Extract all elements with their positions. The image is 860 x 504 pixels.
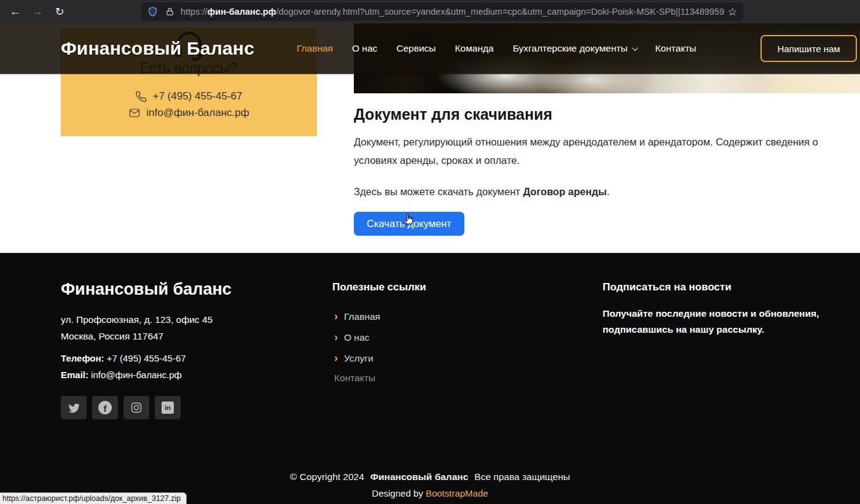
document-name: Договор аренды: [523, 186, 606, 197]
copyright-suffix: Все права защищены: [474, 471, 570, 482]
twitter-button[interactable]: [61, 396, 87, 419]
copyright-prefix: © Copyright 2024: [290, 471, 364, 482]
site-logo[interactable]: Финансовый Баланс: [61, 38, 254, 59]
page-title: Документ для скачивания: [354, 106, 839, 123]
footer-phone-label: Телефон:: [61, 353, 104, 363]
footer-link-glavnaya[interactable]: ›Главная: [334, 310, 380, 323]
linkedin-icon: in: [162, 401, 174, 414]
url-domain: фин-баланс.рф: [208, 7, 276, 17]
mouse-cursor-icon: [401, 212, 416, 228]
status-link-tooltip: https://астраюрист.рф/uploads/док_архив_…: [0, 492, 187, 504]
linkedin-button[interactable]: in: [155, 396, 181, 419]
download-line: Здесь вы можете скачать документ Договор…: [354, 186, 839, 198]
footer-email: Email: info@фин-баланс.рф: [61, 370, 182, 380]
instagram-icon: [130, 401, 143, 414]
refresh-icon[interactable]: ↻: [52, 5, 68, 18]
main-nav: Главная О нас Сервисы Команда Бухгалтерс…: [297, 43, 697, 54]
footer-link-o-nas[interactable]: ›О нас: [334, 331, 369, 344]
footer-company-name: Финансовый баланс: [61, 280, 232, 299]
url-scheme: https://: [181, 7, 208, 17]
footer-links-title: Полезные ссылки: [332, 281, 426, 293]
url-path: /dogovor-arendy.html?utm_source=yandex&u…: [276, 7, 724, 17]
footer-email-value: info@фин-баланс.рф: [88, 370, 182, 380]
footer-copyright: © Copyright 2024Финансовый балансВсе пра…: [0, 471, 860, 483]
chevron-down-icon: [632, 45, 638, 51]
write-us-button[interactable]: Напишите нам: [760, 35, 857, 62]
nav-item-o-nas[interactable]: О нас: [352, 43, 377, 54]
link-chevron-icon: ›: [334, 310, 338, 323]
twitter-icon: [68, 401, 80, 414]
footer-address-line2: Москва, Россия 117647: [61, 331, 163, 342]
footer-email-label: Email:: [61, 370, 88, 380]
contact-card-phone-text: +7 (495) 455-45-67: [152, 90, 242, 103]
copyright-company: Финансовый баланс: [370, 471, 468, 482]
nav-item-buh-dokumenty[interactable]: Бухгалтерские документы: [513, 43, 636, 54]
footer-link-o-nas-label: О нас: [344, 332, 369, 343]
page: ← → ↻ https://фин-баланс.рф/dogovor-aren…: [0, 0, 860, 504]
url-bar[interactable]: https://фин-баланс.рф/dogovor-arendy.htm…: [141, 2, 743, 21]
shield-icon[interactable]: [147, 6, 158, 17]
nav-item-servisy[interactable]: Сервисы: [396, 43, 436, 54]
nav-item-kontakty[interactable]: Контакты: [655, 43, 697, 54]
footer-link-uslugi-label: Услуги: [344, 353, 373, 364]
footer-address-line1: ул. Профсоюзная, д. 123, офис 45: [61, 314, 213, 325]
lock-icon: [165, 7, 174, 17]
footer-link-glavnaya-label: Главная: [344, 311, 380, 322]
footer-phone: Телефон: +7 (495) 455-45-67: [61, 353, 186, 363]
phone-icon: [135, 91, 147, 103]
social-links: f in: [61, 396, 181, 419]
browser-toolbar: ← → ↻ https://фин-баланс.рф/dogovor-aren…: [0, 0, 860, 23]
designed-by-text: Designed by: [372, 488, 426, 498]
back-icon[interactable]: ←: [7, 5, 23, 18]
download-line-prefix: Здесь вы можете скачать документ: [354, 186, 523, 197]
footer-link-kontakty[interactable]: Контакты: [334, 373, 375, 384]
footer: Финансовый баланс ул. Профсоюзная, д. 12…: [0, 253, 860, 504]
nav-item-glavnaya[interactable]: Главная: [297, 43, 333, 54]
main-content: Документ для скачивания Документ, регули…: [354, 106, 839, 236]
linkedin-glyph: in: [165, 404, 171, 411]
footer-newsletter-text: Получайте последние новости и обновления…: [603, 306, 860, 338]
contact-card-phone[interactable]: +7 (495) 455-45-67: [61, 90, 317, 103]
contact-card-email[interactable]: info@фин-баланс.рф: [61, 107, 317, 119]
forward-icon[interactable]: →: [29, 5, 45, 18]
link-chevron-icon: ›: [334, 331, 338, 344]
instagram-button[interactable]: [123, 396, 149, 419]
url-text: https://фин-баланс.рф/dogovor-arendy.htm…: [181, 7, 724, 17]
download-line-suffix: .: [607, 186, 610, 197]
facebook-button[interactable]: f: [92, 396, 118, 419]
envelope-icon: [128, 107, 141, 118]
bookmark-star-icon[interactable]: ☆: [728, 6, 737, 18]
nav-item-buh-dokumenty-label: Бухгалтерские документы: [513, 43, 628, 54]
footer-link-uslugi[interactable]: ›Услуги: [334, 352, 373, 365]
document-description: Документ, регулирующий отношения между а…: [354, 133, 839, 169]
facebook-glyph: f: [104, 403, 107, 414]
footer-newsletter-title: Подписаться на новости: [603, 281, 732, 293]
facebook-icon: f: [98, 401, 112, 414]
link-chevron-icon: ›: [334, 352, 338, 365]
nav-item-komanda[interactable]: Команда: [455, 43, 494, 54]
site-header: Финансовый Баланс Главная О нас Сервисы …: [0, 23, 860, 74]
footer-phone-value: +7 (495) 455-45-67: [104, 353, 186, 363]
contact-card-email-text: info@фин-баланс.рф: [146, 107, 249, 119]
bootstrapmade-link[interactable]: BootstrapMade: [426, 488, 488, 498]
footer-link-kontakty-label: Контакты: [334, 373, 375, 384]
